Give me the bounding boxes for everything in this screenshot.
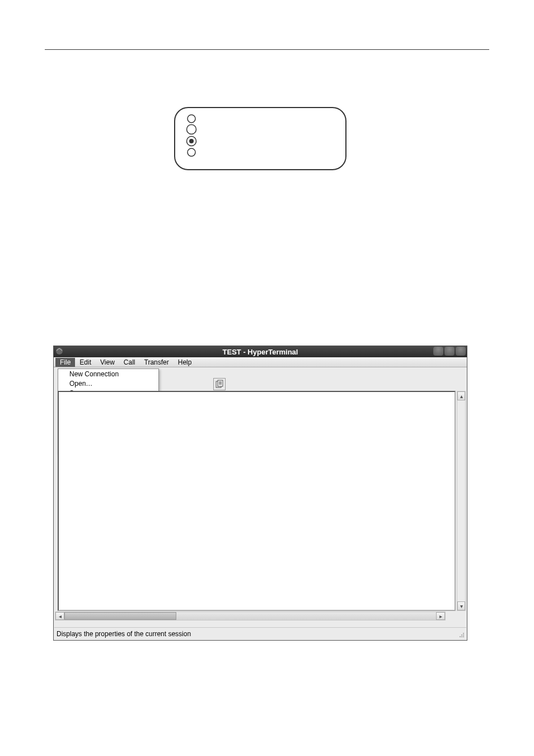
minimize-button[interactable]	[433, 347, 443, 356]
file-menu-open[interactable]: Open…	[58, 379, 158, 388]
resize-grip-icon[interactable]	[457, 631, 465, 638]
svg-rect-0	[175, 108, 346, 170]
statusbar-text: Displays the properties of the current s…	[57, 630, 191, 638]
svg-point-5	[188, 148, 195, 156]
svg-point-13	[461, 634, 462, 636]
svg-point-14	[463, 634, 464, 636]
menu-view[interactable]: View	[96, 358, 119, 367]
svg-point-6	[56, 348, 63, 354]
hscroll-thumb[interactable]	[64, 612, 176, 620]
vertical-scrollbar[interactable]: ▴ ▾	[457, 391, 466, 611]
terminal-area[interactable]	[58, 391, 456, 611]
horizontal-scrollbar[interactable]: ◂ ▸	[55, 612, 446, 620]
menu-help[interactable]: Help	[174, 358, 196, 367]
menu-transfer[interactable]: Transfer	[140, 358, 174, 367]
svg-point-17	[463, 636, 464, 637]
toolbar-properties-icon[interactable]	[213, 378, 226, 390]
scroll-up-icon[interactable]: ▴	[457, 391, 465, 400]
menu-item-label: New Connection	[69, 370, 119, 378]
svg-point-1	[188, 115, 195, 123]
statusbar: Displays the properties of the current s…	[54, 627, 466, 640]
svg-point-4	[189, 139, 194, 143]
scroll-right-icon[interactable]: ▸	[436, 612, 445, 620]
menu-edit[interactable]: Edit	[75, 358, 96, 367]
maximize-button[interactable]	[444, 347, 455, 356]
svg-point-15	[460, 636, 461, 637]
scroll-down-icon[interactable]: ▾	[457, 601, 465, 610]
scroll-left-icon[interactable]: ◂	[55, 612, 64, 620]
menu-item-label: Open…	[69, 380, 92, 388]
svg-point-12	[463, 633, 464, 634]
hyperterminal-window: TEST - HyperTerminal File Edit View Call…	[53, 346, 467, 641]
hscroll-track[interactable]	[64, 612, 436, 620]
titlebar[interactable]: TEST - HyperTerminal	[54, 346, 467, 357]
window-title: TEST - HyperTerminal	[223, 348, 298, 356]
menu-file[interactable]: File	[55, 358, 75, 367]
svg-point-16	[461, 636, 462, 637]
page-header-rule	[45, 49, 489, 50]
device-diagram	[174, 106, 347, 171]
close-button[interactable]	[456, 347, 466, 356]
app-icon	[55, 347, 64, 356]
file-menu-new-connection[interactable]: New Connection	[58, 369, 158, 379]
menu-call[interactable]: Call	[119, 358, 140, 367]
menubar: File Edit View Call Transfer Help	[54, 357, 467, 367]
svg-point-2	[187, 125, 196, 134]
